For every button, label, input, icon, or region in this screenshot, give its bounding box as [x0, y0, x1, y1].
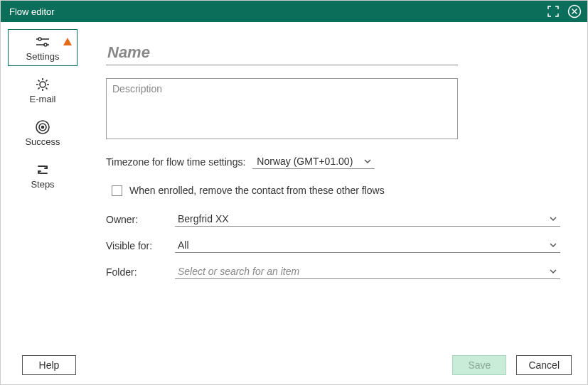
flow-name-input[interactable]: [106, 40, 458, 65]
visible-for-label: Visible for:: [106, 240, 175, 251]
settings-sliders-icon: [35, 34, 50, 50]
svg-point-2: [38, 38, 41, 40]
titlebar: Flow editor: [1, 1, 587, 22]
help-button[interactable]: Help: [22, 355, 76, 375]
svg-point-4: [44, 43, 47, 46]
sidebar-item-label: Steps: [31, 179, 54, 190]
visible-for-select[interactable]: All: [175, 238, 560, 253]
main-panel: Timezone for flow time settings: Norway …: [77, 22, 587, 345]
sidebar-item-label: E-mail: [30, 94, 56, 104]
chevron-down-icon: [363, 157, 372, 166]
sidebar-item-email[interactable]: E-mail: [8, 72, 77, 109]
sidebar-item-settings[interactable]: Settings: [8, 29, 77, 66]
content: Settings E-mail Success: [1, 22, 587, 345]
sidebar-item-label: Success: [25, 136, 60, 147]
svg-point-5: [40, 82, 46, 87]
timezone-select[interactable]: Norway (GMT+01.00): [252, 154, 375, 169]
fullscreen-icon[interactable]: [546, 4, 560, 18]
save-button[interactable]: Save: [452, 355, 506, 375]
sidebar: Settings E-mail Success: [1, 22, 77, 345]
footer: Help Save Cancel: [1, 345, 587, 384]
warning-icon: [63, 37, 73, 47]
sidebar-item-steps[interactable]: Steps: [8, 157, 77, 194]
chevron-down-icon: [549, 267, 557, 276]
cancel-button[interactable]: Cancel: [516, 355, 572, 375]
sidebar-item-success[interactable]: Success: [8, 114, 77, 151]
target-icon: [35, 119, 50, 135]
checkbox-label: When enrolled, remove the contact from t…: [129, 185, 385, 196]
owner-value: Bergfrid XX: [178, 213, 229, 224]
visible-for-value: All: [178, 239, 189, 251]
owner-select[interactable]: Bergfrid XX: [175, 212, 560, 227]
chevron-down-icon: [549, 241, 557, 249]
owner-label: Owner:: [106, 214, 175, 225]
close-icon[interactable]: [567, 4, 582, 18]
steps-icon: [35, 162, 50, 178]
remove-from-flows-checkbox[interactable]: [112, 185, 122, 196]
sidebar-item-label: Settings: [26, 51, 60, 62]
timezone-label: Timezone for flow time settings:: [106, 156, 245, 168]
chevron-down-icon: [549, 215, 557, 223]
folder-label: Folder:: [106, 266, 175, 278]
folder-select[interactable]: Select or search for an item: [175, 264, 560, 279]
timezone-value: Norway (GMT+01.00): [257, 156, 353, 167]
gear-icon: [35, 77, 50, 92]
folder-placeholder: Select or search for an item: [178, 266, 299, 277]
svg-point-8: [42, 126, 44, 128]
description-input[interactable]: [106, 78, 458, 139]
window-title: Flow editor: [9, 6, 546, 17]
